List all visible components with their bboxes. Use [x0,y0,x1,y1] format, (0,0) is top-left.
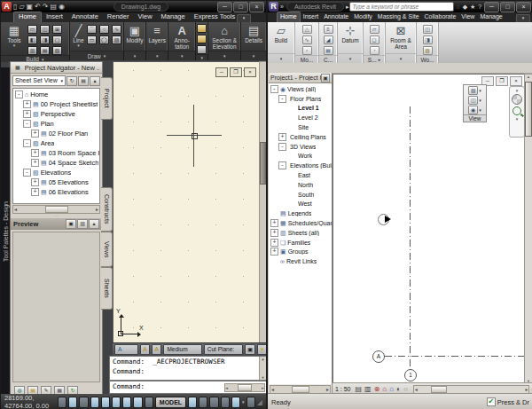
detail-level-button[interactable]: Medium Detail [163,344,201,355]
tree-item[interactable]: - ◉ Views (all) [269,84,332,94]
expander-icon[interactable]: - [278,161,286,169]
temporary-hide-icon[interactable]: ◐ [396,385,401,394]
qat-undo-icon[interactable]: ↶ [35,2,41,12]
coordinates-display[interactable]: 28169.00, 42764.00, 0.00 [4,394,52,409]
ribbon-tab[interactable]: Annotate [67,12,103,22]
sidetab-sheets[interactable]: Sheets [101,267,113,310]
revit-titlebar[interactable]: R » Autodesk Revit ▸ ◌◆★? ─ □ × [268,1,532,12]
qat-open-icon[interactable]: ▱ [19,2,24,12]
expander-icon[interactable]: - [278,143,286,151]
checkbox-checked-icon[interactable]: ✔ [487,397,496,406]
cut-plane-button[interactable]: Cut Plane: 140 [204,344,244,355]
zoom-icon[interactable] [512,106,521,115]
select-panel-label[interactable]: S...▸ [364,55,385,63]
ortho-toggle[interactable] [79,397,88,408]
annotation-scale-button[interactable]: A 1:100 [114,344,138,355]
grid-tool-icon[interactable]: ▤ [40,46,50,55]
rectangle-tool-icon[interactable]: ▭ [87,35,97,44]
isolate-objects-icon[interactable]: ▣ [245,344,254,355]
refresh-sheet-icon[interactable]: ↻ [66,76,77,86]
tree-item[interactable]: + ▦ Schedules/Quantities [269,218,332,228]
tree-item[interactable]: + ▥ Sheets (all) [269,228,332,238]
tree-item[interactable]: North [269,180,332,190]
ribbon-tab[interactable]: Annotate [321,12,351,22]
ribbon-tab[interactable]: Insert [301,12,322,22]
grid-line-a[interactable] [385,356,525,357]
maximize-button[interactable]: □ [500,2,515,12]
align-icon[interactable]: ◻ [370,35,379,44]
stairs-icon[interactable]: ▤ [324,46,333,55]
ribbon-tab[interactable]: View [133,12,156,22]
expander-icon[interactable]: - [23,139,31,147]
leader-tool-icon[interactable] [197,35,207,43]
ribbon-tab[interactable]: Manage [477,12,505,22]
tree-item[interactable]: ▤ Legends [269,208,332,218]
build-button[interactable]: ▱ Build [275,24,287,43]
grid-bubble-a[interactable]: A [372,350,385,363]
details-panel-label[interactable]: ▾ [241,51,266,60]
table-tool-icon[interactable] [197,45,207,54]
scroll-right-icon[interactable]: ► [95,207,99,212]
tree-item[interactable]: Level 2 [269,113,332,122]
canvas-vscrollbar[interactable]: ▲ ▼ [524,74,532,384]
expander-icon[interactable]: + [270,239,278,247]
close-button[interactable]: × [249,2,264,12]
doc-restore-button[interactable]: ❐ [496,76,508,86]
command-hscrollbar[interactable]: ◄► [224,383,265,392]
sun-light-icon[interactable]: ☀ [257,344,267,355]
layers-button[interactable]: ≡ Layers [148,24,166,43]
datum-button[interactable]: ⊹ Datum [341,24,358,43]
pan-toggle[interactable] [209,397,218,408]
qat-save-icon[interactable]: ▣ [27,2,34,12]
circulation-panel-label[interactable]: C... [319,55,337,63]
tree-item[interactable]: Site [269,122,332,132]
expander-icon[interactable]: + [270,219,278,227]
sidetab-views[interactable]: Views [101,232,113,267]
ribbon-tab[interactable]: Insert [42,12,67,22]
navbar-top-chevron-icon[interactable]: ▾ [516,89,519,92]
favorites-icon[interactable]: ★ [470,2,475,12]
help-search-input[interactable] [349,2,454,12]
press-drag-option[interactable]: ✔ Press & Dr [487,397,529,406]
collapse-pane-icon[interactable]: ▴ [90,76,100,86]
tree-item[interactable]: ∞ Revit Links [269,256,332,266]
annotation-autoscale-icon[interactable]: A [152,344,161,355]
tree-item[interactable]: Level 1 [269,104,332,114]
tree-item[interactable]: + ▣ Groups [269,248,332,257]
close-button[interactable]: × [516,2,531,12]
door-tool-icon[interactable]: ◫ [40,25,50,34]
expander-icon[interactable]: + [31,130,39,138]
beam-tool-icon[interactable]: ▧ [52,46,62,55]
section-panel-label[interactable]: ▾ [208,51,240,60]
ribbon-tab[interactable]: Manage [157,12,190,22]
scroll-left-icon[interactable]: ◄ [13,207,18,212]
model-text-icon[interactable]: ∿ [302,35,312,44]
tree-item[interactable]: + ▤ 04 Space Sketch [13,158,99,168]
build-panel-label[interactable]: ▾ [268,53,294,63]
tree-item[interactable]: East [269,170,332,180]
lwt-toggle[interactable] [145,397,153,408]
tree-item[interactable]: + ▤ 06 Elevations [13,187,99,197]
ribbon-tab[interactable]: View [458,12,477,22]
line-button[interactable]: ╱ Line▾ [72,24,85,47]
ducs-toggle[interactable] [122,397,131,408]
tree-item[interactable]: + ▧ Perspective [13,109,99,119]
modify-panel-label[interactable]: ▾ [124,51,145,60]
preview-detail-icon[interactable]: ▥ [77,219,88,229]
acad-titlebar[interactable]: A ▯▱▣↶↷▤◉ Drawing1.dwg ─ □ × [1,1,266,12]
annotation-panel-label[interactable]: ▾ [168,51,195,60]
view-scale-button[interactable]: 1 : 50 [335,386,351,392]
quick-view-layouts-toggle[interactable] [188,397,197,408]
tree-item[interactable]: West [269,200,332,209]
sheet-set-view-combo[interactable]: Sheet Set View▾ [12,75,66,86]
window-tool-icon[interactable]: ⊞ [52,25,62,34]
polar-toggle[interactable] [90,397,99,408]
grid-line-1[interactable] [410,106,411,369]
tree-item[interactable]: - Elevations (Building [269,161,332,170]
set-workplane-icon[interactable]: ◫ [423,25,433,34]
model-group-icon[interactable]: ▫ [302,46,312,55]
tree-item[interactable]: - ▧ Area [13,138,99,148]
canvas-vscroll-thumb[interactable] [260,142,266,185]
otrack-toggle[interactable] [112,397,121,408]
pline-tool-icon[interactable]: ∿ [112,25,121,34]
